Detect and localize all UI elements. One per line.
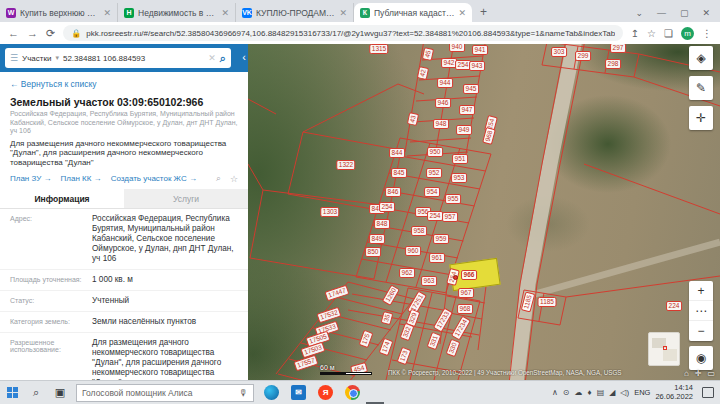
tray-volume-icon[interactable]: ◁) [620,388,629,397]
parcel-label-941[interactable]: 941 [472,45,488,55]
parcel-label-959[interactable]: 959 [433,234,449,244]
notification-center-icon[interactable] [702,387,714,398]
search-box[interactable]: ☰ Участки ▾ ✕ ⌕ [5,48,231,68]
close-icon[interactable]: ✕ [702,8,710,18]
parcel-link-2[interactable]: Создать участок ЖС → [111,174,197,183]
mini-map[interactable] [648,332,680,366]
parcel-label-946[interactable]: 946 [435,98,451,108]
start-button[interactable] [0,382,24,404]
parcel-label-945[interactable]: 945 [463,84,479,94]
parcel-label-1303[interactable]: 1303 [320,207,339,217]
parcel-label-960[interactable]: 960 [405,246,421,256]
parcel-label-1185[interactable]: 1185 [521,292,536,313]
parcel-label-849[interactable]: 849 [369,234,385,244]
parcel-label-1322[interactable]: 1322 [336,160,355,170]
tray-network-icon[interactable]: ◢ [609,388,615,397]
cadastral-map[interactable]: 1315940941459422549434294494594694743948… [248,44,720,380]
parcel-link-1[interactable]: План КК → [61,174,102,183]
fullscreen-icon[interactable]: ▭ [708,369,716,378]
parcel-label-955[interactable]: 955 [445,194,461,204]
new-tab-button[interactable]: + [480,5,487,19]
profile-avatar[interactable]: m [681,27,694,40]
kebab-menu-icon[interactable]: ⋮ [702,28,712,39]
parcel-label-17557[interactable]: 17557 [293,355,318,372]
parcel-label-953[interactable]: 953 [451,173,467,183]
parcel-label-850[interactable]: 850 [365,247,381,257]
home-icon[interactable]: ⌂ [684,369,689,378]
parcel-label-949[interactable]: 949 [456,125,472,135]
parcel-label-846[interactable]: 846 [385,187,401,197]
measure-pencil-button[interactable]: ✎ [689,76,713,100]
refresh-icon[interactable]: ⟳ [46,27,55,40]
parcel-label-43[interactable]: 43 [407,112,419,126]
parcel-label-848[interactable]: 848 [374,219,390,229]
parcel-label-968[interactable]: 968 [457,304,473,314]
split-screen-icon[interactable]: ❏ [664,28,673,39]
parcel-label-224[interactable]: 224 [666,301,682,311]
parcel-label-42[interactable]: 42 [417,66,429,80]
tray-update-icon[interactable]: ⊙ [563,388,570,397]
crosshair-locate-button[interactable]: ✛ [689,106,713,130]
sidebar-tab-1[interactable]: Услуги [124,189,248,208]
search-category-dropdown[interactable]: Участки [22,54,51,63]
browser-tab-0[interactable]: WКупить верхнюю женскую оде✕ [0,3,118,22]
sidebar-tab-0[interactable]: Информация [0,189,124,208]
parcel-label-17447[interactable]: 17447 [324,285,349,302]
parcel-label-958[interactable]: 958 [411,226,427,236]
parcel-label-298[interactable]: 298 [605,59,621,69]
share-icon[interactable]: ↥ [631,28,639,39]
parcel-label-174[interactable]: 174 [379,338,394,356]
parcel-label-845[interactable]: 845 [391,168,407,178]
chrome-icon[interactable] [345,385,360,400]
parcel-label-943[interactable]: 943 [469,61,485,71]
tray-mic-icon[interactable]: ♦ [588,388,592,397]
tab-close-icon[interactable]: ✕ [339,8,347,18]
search-input[interactable] [63,54,204,63]
parcel-label-952[interactable]: 952 [426,168,442,178]
parcel-label-17234[interactable]: 17234 [451,316,471,341]
parcel-label-1315[interactable]: 1315 [369,44,388,54]
parcel-label-45[interactable]: 45 [422,47,434,61]
tab-search-chevron-icon[interactable]: ⌄ [635,8,643,18]
parcel-label-947[interactable]: 947 [459,105,475,115]
parcel-label-303[interactable]: 303 [551,47,567,57]
clear-search-icon[interactable]: ✕ [208,53,216,63]
collapse-sidebar-icon[interactable]: ‹ [242,51,246,63]
search-icon[interactable]: ⌕ [220,52,226,65]
browser-tab-1[interactable]: ННедвижимость в Улан-Удэ✕ [118,3,236,22]
parcel-label-330[interactable]: 330 [446,339,461,357]
minimize-icon[interactable]: — [657,8,666,18]
tray-cloud-icon[interactable]: ☁ [575,388,583,397]
url-box[interactable]: 🔒 pkk.rosreestr.ru/#/search/52.385804369… [63,25,622,41]
taskbar-search-icon[interactable]: ⌕ [24,382,48,404]
parcel-label-17233[interactable]: 17233 [433,308,453,333]
microphone-icon[interactable]: 🎙 [239,388,248,398]
parcel-label-1260[interactable]: 1260 [382,284,400,306]
tray-clock[interactable]: 14:14 26.06.2022 [655,384,693,401]
parcel-label-962[interactable]: 962 [399,268,415,278]
parcel-label-35[interactable]: 35 [381,311,394,325]
tray-expand-icon[interactable]: ∧ [552,388,558,397]
zoom-to-parcel-icon[interactable]: ⌕ [216,173,221,184]
parcel-label-254[interactable]: 254 [379,202,395,212]
parcel-label-957[interactable]: 957 [442,212,458,222]
zoom-in-button[interactable]: + [689,281,713,301]
plus-icon[interactable]: ✛ [695,369,702,378]
browser-tab-3[interactable]: КПубличная кадастровая карта✕ [354,3,472,22]
parcel-label-844[interactable]: 844 [389,148,405,158]
layers-button[interactable]: ◈ [689,46,713,70]
parcel-label-948[interactable]: 948 [433,119,449,129]
back-icon[interactable]: ← [8,27,19,39]
parcel-label-332[interactable]: 332 [400,323,415,341]
bookmark-star-icon[interactable]: ☆ [647,28,656,39]
tray-language[interactable]: ENG [634,388,650,397]
parcel-link-0[interactable]: План ЗУ → [10,174,52,183]
parcel-label-940[interactable]: 940 [449,44,465,52]
zoom-controls[interactable]: + ⋯ − [689,281,713,341]
back-to-list-link[interactable]: ← Вернуться к списку [0,72,248,93]
forward-icon[interactable]: → [27,27,38,39]
parcel-label-951[interactable]: 951 [452,154,468,164]
more-options-icon[interactable]: ⋯ [689,301,713,321]
parcel-label-954[interactable]: 954 [424,187,440,197]
tab-close-icon[interactable]: ✕ [458,8,466,18]
